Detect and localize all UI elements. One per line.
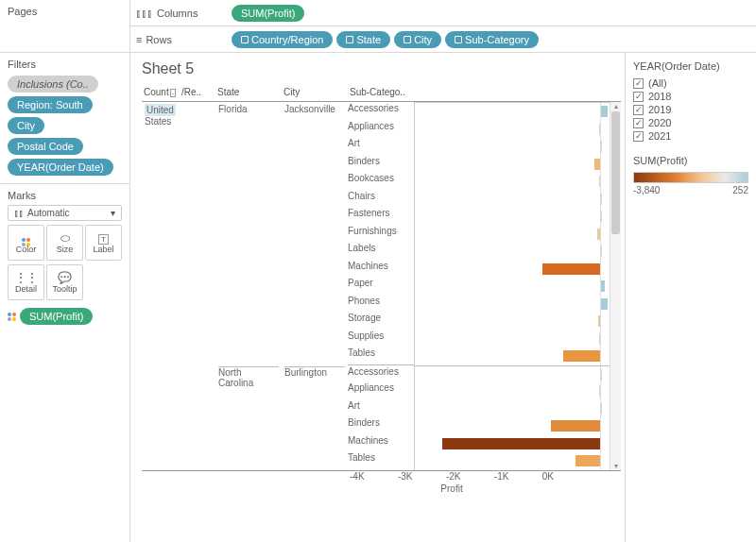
subcategory-label: Appliances — [348, 381, 414, 399]
year-checkbox-row[interactable]: ✓2020 — [633, 117, 748, 128]
city-label: Burlington — [284, 366, 345, 471]
scroll-up-icon[interactable]: ▴ — [610, 102, 621, 110]
subcategory-label: Art — [348, 399, 414, 417]
subcategory-label: Binders — [348, 155, 414, 173]
state-label: North Carolina — [218, 366, 279, 471]
filter-pill[interactable]: Inclusions (Co.. — [8, 76, 98, 93]
subcategory-label: Tables — [348, 347, 414, 364]
column-header[interactable]: City — [282, 87, 348, 101]
bar[interactable] — [600, 106, 608, 117]
subcategory-label: Appliances — [348, 120, 414, 138]
checkbox-icon: ✓ — [633, 92, 644, 102]
checkbox-icon: ✓ — [633, 131, 644, 142]
subcategory-label: Tables — [348, 451, 414, 469]
color-legend-title: SUM(Profit) — [633, 155, 748, 166]
country-label: United — [145, 104, 176, 116]
scrollbar[interactable]: ▴ ▾ — [610, 102, 621, 470]
chevron-down-icon: ▾ — [111, 208, 115, 218]
marks-tooltip-card[interactable]: 💬Tooltip — [46, 264, 83, 300]
bar[interactable] — [551, 420, 600, 432]
bar[interactable] — [576, 455, 600, 466]
state-label: Florida — [218, 104, 279, 366]
subcategory-label: Supplies — [348, 330, 414, 347]
rows-pill[interactable]: Sub-Category — [445, 31, 539, 48]
gradient-max: 252 — [732, 185, 748, 195]
subcategory-label: Machines — [348, 260, 414, 278]
subcategory-label: Binders — [348, 416, 414, 434]
color-gradient[interactable] — [633, 172, 748, 183]
scroll-thumb[interactable] — [611, 111, 620, 234]
checkbox-icon: ✓ — [633, 78, 644, 89]
axis-tick: -1K — [494, 471, 509, 482]
bar[interactable] — [542, 263, 600, 275]
subcategory-label: Paper — [348, 277, 414, 295]
year-checkbox-row[interactable]: ✓2019 — [633, 104, 748, 115]
filter-pill[interactable]: City — [8, 117, 44, 134]
subcategory-label: Art — [348, 137, 414, 155]
color-dots-icon — [8, 313, 16, 321]
bar-icon: ⫿⫿ — [14, 208, 24, 218]
columns-shelf[interactable]: ⫿⫿⫿Columns SUM(Profit) — [130, 0, 756, 26]
column-header[interactable]: Sub-Catego.. — [348, 87, 414, 101]
axis-tick: -2K — [446, 471, 461, 482]
subcategory-label: Furnishings — [348, 225, 414, 243]
subcategory-label: Accessories — [348, 102, 414, 120]
subcategory-label: Machines — [348, 434, 414, 452]
column-header[interactable]: State — [215, 87, 282, 101]
filter-pill[interactable]: Region: South — [8, 96, 93, 113]
bar[interactable] — [442, 438, 600, 449]
filter-pill[interactable]: Postal Code — [8, 138, 83, 155]
year-filter-title: YEAR(Order Date) — [633, 60, 748, 72]
year-checkbox-row[interactable]: ✓2021 — [633, 130, 748, 142]
rows-pill[interactable]: Country/Region — [232, 31, 333, 48]
marks-label-card[interactable]: TLabel — [85, 225, 122, 261]
marks-size-card[interactable]: ⬭Size — [46, 225, 83, 261]
subcategory-label: Fasteners — [348, 207, 414, 225]
marks-color-pill[interactable]: SUM(Profit) — [20, 308, 93, 325]
subcategory-label: Labels — [348, 242, 414, 260]
column-header[interactable]: /Re.. — [180, 87, 215, 101]
year-checkbox-row[interactable]: ✓(All) — [633, 77, 748, 89]
rows-icon: ≡ — [136, 34, 142, 45]
rows-pill[interactable]: State — [336, 31, 390, 48]
pages-panel-title: Pages — [8, 6, 122, 17]
axis-tick: -4K — [350, 471, 365, 482]
subcategory-label: Storage — [348, 312, 414, 330]
axis-tick: 0K — [542, 471, 554, 482]
columns-icon: ⫿⫿⫿ — [136, 8, 153, 19]
column-header[interactable]: Count- — [142, 87, 180, 101]
marks-color-card[interactable]: Color — [8, 225, 44, 261]
subcategory-label: Accessories — [348, 364, 414, 382]
scroll-down-icon[interactable]: ▾ — [610, 462, 621, 470]
bar[interactable] — [563, 350, 600, 362]
rows-pill[interactable]: City — [394, 31, 441, 48]
subcategory-label: Phones — [348, 295, 414, 313]
bar[interactable] — [600, 298, 608, 310]
filters-panel-title: Filters — [8, 59, 122, 70]
rows-shelf[interactable]: ≡Rows Country/RegionStateCitySub-Categor… — [130, 26, 756, 53]
columns-pill[interactable]: SUM(Profit) — [232, 5, 304, 22]
city-label: Jacksonville — [284, 104, 345, 366]
checkbox-icon: ✓ — [633, 105, 644, 115]
marks-panel-title: Marks — [8, 190, 122, 201]
subcategory-label: Bookcases — [348, 172, 414, 190]
filter-pill[interactable]: YEAR(Order Date) — [8, 159, 113, 176]
year-checkbox-row[interactable]: ✓2018 — [633, 91, 748, 102]
axis-label: Profit — [348, 483, 556, 494]
subcategory-label: Chairs — [348, 190, 414, 208]
checkbox-icon: ✓ — [633, 118, 644, 128]
gradient-min: -3,840 — [633, 185, 660, 195]
marks-type-dropdown[interactable]: ⫿⫿Automatic ▾ — [8, 205, 122, 221]
sheet-title[interactable]: Sheet 5 — [142, 60, 621, 77]
marks-detail-card[interactable]: ⋮⋮Detail — [8, 264, 44, 300]
axis-tick: -3K — [398, 471, 413, 482]
